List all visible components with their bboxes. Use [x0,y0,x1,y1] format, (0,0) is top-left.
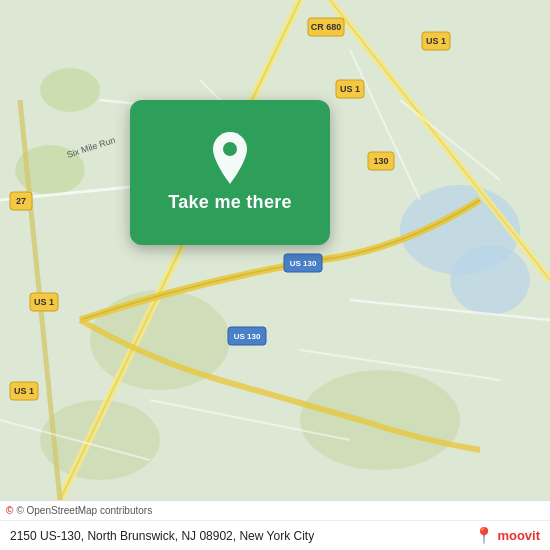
svg-point-2 [450,245,530,315]
info-bar: 2150 US-130, North Brunswick, NJ 08902, … [0,520,550,550]
svg-text:US 1: US 1 [426,36,446,46]
svg-text:CR 680: CR 680 [311,22,342,32]
moovit-logo: 📍 moovit [474,526,540,545]
location-pin-icon [208,132,252,184]
svg-text:US 130: US 130 [290,259,317,268]
attribution-text: © OpenStreetMap contributors [16,505,152,516]
take-me-there-label: Take me there [168,192,292,213]
svg-text:US 130: US 130 [234,332,261,341]
osm-logo: © [6,505,13,516]
map-container: Six Mile Run CR 680 US 1 US 1 130 US 130… [0,0,550,500]
svg-text:US 1: US 1 [340,84,360,94]
svg-point-4 [40,68,100,112]
moovit-label: moovit [497,528,540,543]
address-text: 2150 US-130, North Brunswick, NJ 08902, … [10,529,314,543]
svg-point-6 [300,370,460,470]
svg-text:27: 27 [16,196,26,206]
take-me-there-card[interactable]: Take me there [130,100,330,245]
svg-text:US 1: US 1 [14,386,34,396]
svg-text:US 1: US 1 [34,297,54,307]
attribution-bar: © © OpenStreetMap contributors [0,500,550,520]
svg-point-41 [223,142,237,156]
svg-text:130: 130 [373,156,388,166]
moovit-pin-icon: 📍 [474,526,494,545]
